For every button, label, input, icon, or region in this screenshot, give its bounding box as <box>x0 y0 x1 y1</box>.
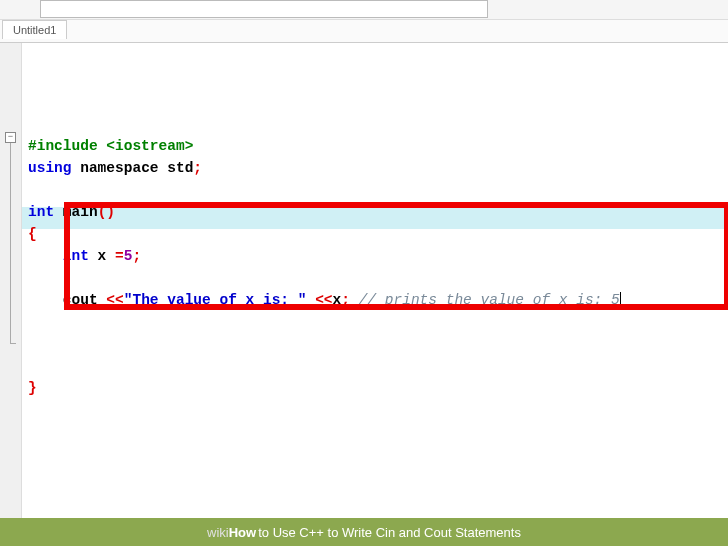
identifier-x: x <box>89 248 115 264</box>
stream-op: << <box>306 292 332 308</box>
editor: − #include <iostream> using namespace st… <box>0 42 728 522</box>
watermark-how: How <box>229 525 256 540</box>
fold-guide-end <box>10 343 16 344</box>
brace-close: } <box>28 380 37 396</box>
brace-open: { <box>28 226 37 242</box>
keyword-int: int <box>63 248 89 264</box>
identifier-cout: cout <box>63 292 107 308</box>
indent <box>28 248 63 264</box>
semicolon: ; <box>341 292 350 308</box>
preprocessor-line: #include <iostream> <box>28 138 193 154</box>
keyword-int: int <box>28 204 54 220</box>
fold-guide <box>10 143 11 343</box>
gutter: − <box>0 43 22 522</box>
stream-op: << <box>106 292 123 308</box>
toolbar-area <box>0 0 728 20</box>
comment: // prints the value of x is: 5 <box>350 292 620 308</box>
keyword-using: using <box>28 160 72 176</box>
text-cursor <box>620 292 621 308</box>
identifier-std: std <box>159 160 194 176</box>
fold-toggle[interactable]: − <box>5 132 16 143</box>
code-editor[interactable]: #include <iostream> using namespace std;… <box>22 43 728 522</box>
semicolon: ; <box>132 248 141 264</box>
file-tab[interactable]: Untitled1 <box>2 20 67 39</box>
keyword-namespace: namespace <box>72 160 159 176</box>
indent <box>28 292 63 308</box>
tab-bar: Untitled1 <box>0 20 728 42</box>
watermark-title: to Use C++ to Write Cin and Cout Stateme… <box>258 525 521 540</box>
semicolon: ; <box>193 160 202 176</box>
parens: () <box>98 204 115 220</box>
identifier-main: main <box>54 204 98 220</box>
code-text: #include <iostream> using namespace std;… <box>28 135 722 399</box>
equals: = <box>115 248 124 264</box>
string-literal: "The value of x is: " <box>124 292 307 308</box>
toolbar-panel <box>40 0 488 18</box>
watermark-wiki: wiki <box>207 525 229 540</box>
watermark-bar: wikiHow to Use C++ to Write Cin and Cout… <box>0 518 728 546</box>
identifier-x: x <box>333 292 342 308</box>
